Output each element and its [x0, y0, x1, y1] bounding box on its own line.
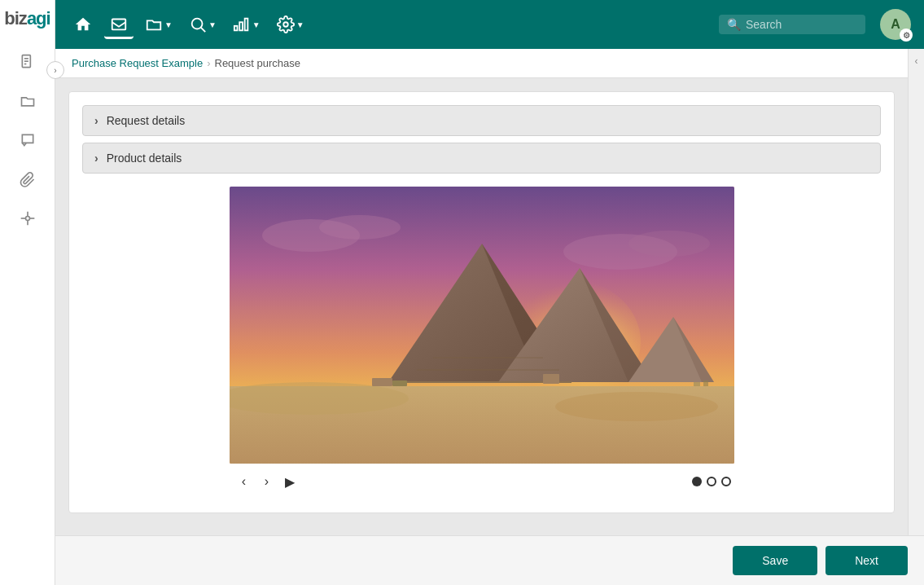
search-bar[interactable]: 🔍: [719, 15, 865, 34]
topnav: ▼ ▼ ▼ ▼ 🔍: [55, 0, 924, 49]
svg-point-15: [283, 22, 288, 27]
accordion-request-details[interactable]: › Request details: [82, 105, 881, 136]
pagination-dots: [692, 477, 731, 486]
svg-point-21: [628, 231, 710, 257]
breadcrumb-parent[interactable]: Purchase Request Example: [72, 57, 203, 69]
sidebar-item-folder[interactable]: [11, 85, 44, 117]
sidebar-item-attachment[interactable]: [11, 163, 44, 196]
svg-rect-35: [392, 380, 407, 386]
play-button[interactable]: ▶: [278, 470, 301, 493]
search-input[interactable]: [746, 18, 857, 31]
breadcrumb-current: Request purchase: [215, 57, 301, 69]
accordion-request-title: Request details: [107, 114, 186, 127]
prev-button[interactable]: ‹: [233, 470, 256, 493]
image-container: ‹ › ▶: [230, 187, 734, 493]
svg-rect-13: [239, 22, 243, 30]
logo-agi: agi: [27, 8, 50, 29]
search-bar-icon: 🔍: [727, 18, 741, 31]
sidebar-item-document[interactable]: [11, 46, 44, 78]
pyramid-image: [230, 187, 734, 464]
svg-rect-36: [543, 374, 559, 384]
dot-1[interactable]: [692, 477, 702, 486]
right-panel-toggle[interactable]: ‹: [908, 49, 924, 535]
user-avatar[interactable]: A ⚙: [880, 9, 911, 40]
svg-rect-39: [703, 380, 708, 386]
inbox-nav-icon[interactable]: [104, 10, 134, 39]
settings-nav-dropdown[interactable]: ▼: [272, 12, 309, 37]
svg-point-10: [192, 19, 203, 29]
breadcrumb-separator: ›: [207, 57, 210, 69]
folder-nav-dropdown[interactable]: ▼: [140, 12, 177, 37]
svg-rect-38: [694, 382, 700, 386]
left-sidebar: bizagi ›: [0, 0, 55, 585]
svg-point-19: [319, 215, 401, 240]
accordion-product-title: Product details: [107, 152, 182, 165]
save-button[interactable]: Save: [733, 546, 817, 575]
main-content: Purchase Request Example › Request purch…: [55, 49, 908, 535]
forward-button[interactable]: ›: [256, 470, 278, 493]
svg-point-24: [555, 392, 718, 421]
sidebar-item-chat[interactable]: [11, 124, 44, 156]
next-button[interactable]: Next: [825, 546, 908, 575]
user-settings-badge: ⚙: [900, 29, 913, 42]
svg-rect-14: [244, 19, 247, 31]
image-controls: ‹ › ▶: [230, 470, 734, 493]
dot-2[interactable]: [707, 477, 716, 486]
logo-biz: biz: [4, 8, 27, 29]
content-area: Purchase Request Example › Request purch…: [55, 49, 924, 535]
main-card: › Request details › Product details: [68, 91, 895, 513]
svg-rect-34: [372, 378, 392, 386]
bottom-bar: Save Next: [55, 535, 924, 585]
bizagi-logo: bizagi: [4, 8, 50, 29]
pyramid-svg: [230, 187, 734, 464]
right-panel-arrow-icon: ‹: [915, 55, 918, 67]
main-wrapper: ▼ ▼ ▼ ▼ 🔍: [55, 0, 924, 585]
chevron-right-icon-2: ›: [94, 152, 99, 165]
svg-rect-12: [234, 26, 238, 31]
search-nav-dropdown[interactable]: ▼: [184, 12, 221, 37]
home-nav-icon[interactable]: [68, 10, 98, 39]
breadcrumb: Purchase Request Example › Request purch…: [55, 49, 908, 78]
accordion-product-details[interactable]: › Product details: [82, 143, 881, 174]
svg-line-11: [201, 28, 206, 32]
svg-point-4: [25, 217, 29, 221]
sidebar-toggle[interactable]: ›: [46, 61, 64, 79]
dot-3[interactable]: [721, 477, 731, 486]
sidebar-item-network[interactable]: [11, 202, 44, 235]
chart-nav-dropdown[interactable]: ▼: [228, 12, 265, 37]
chevron-right-icon: ›: [94, 114, 99, 127]
